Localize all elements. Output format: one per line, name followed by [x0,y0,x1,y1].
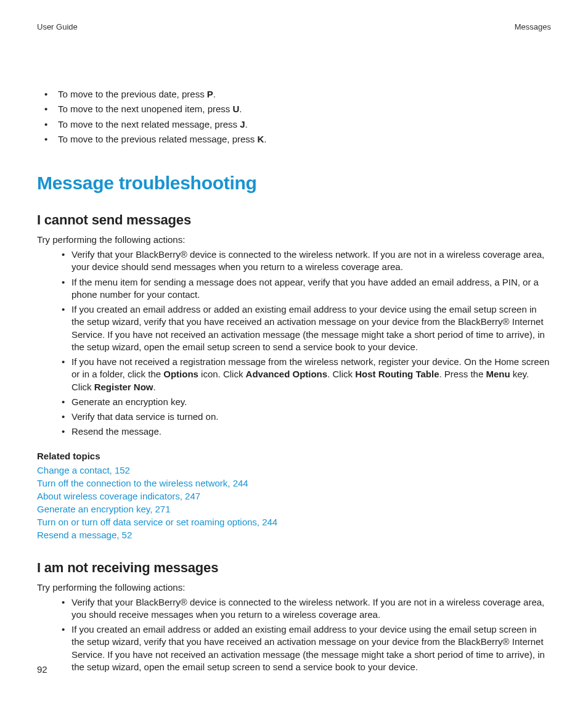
related-link[interactable]: Generate an encryption key, 271 [37,503,551,515]
tip-text: To move to the previous related message,… [58,134,258,144]
related-link[interactable]: Change a contact, 152 [37,464,551,477]
page-number: 92 [37,664,47,675]
step-item: If you created an email address or added… [71,623,551,673]
ui-label: Menu [486,369,510,379]
subsection-heading: I cannot send messages [37,212,551,228]
step-item: If the menu item for sending a message d… [71,276,551,302]
step-list: Verify that your BlackBerry® device is c… [37,596,551,674]
related-link[interactable]: About wireless coverage indicators, 247 [37,490,551,503]
key-label: P [207,89,213,99]
key-label: U [233,104,240,114]
ui-label: Host Routing Table [355,369,439,379]
related-link[interactable]: Turn off the connection to the wireless … [37,477,551,490]
shortcut-tip: To move to the previous related message,… [58,133,551,146]
step-text: icon. Click [198,369,246,379]
ui-label: Options [163,369,198,379]
tip-text: . [245,119,248,129]
step-item: Resend the message. [71,425,551,438]
related-link[interactable]: Turn on or turn off data service or set … [37,515,551,528]
page: User Guide Messages To move to the previ… [0,0,588,706]
intro-text: Try performing the following actions: [37,582,551,593]
tip-text: To move to the next unopened item, press [58,104,233,114]
related-link[interactable]: Resend a message, 52 [37,528,551,541]
header-left: User Guide [37,22,78,31]
ui-label: Register Now [94,382,153,392]
step-list: Verify that your BlackBerry® device is c… [37,248,551,438]
page-header: User Guide Messages [37,22,551,31]
shortcut-tip: To move to the next related message, pre… [58,118,551,131]
header-right: Messages [515,22,551,31]
step-text: . Press the [439,369,486,379]
tip-text: To move to the next related message, pre… [58,119,240,129]
shortcut-tip: To move to the next unopened item, press… [58,103,551,115]
step-item: Verify that data service is turned on. [71,411,551,423]
step-text: . [153,382,156,392]
tip-text: . [239,104,242,114]
key-label: K [258,134,264,144]
step-item: If you created an email address or added… [71,303,551,353]
tip-text: To move to the previous date, press [58,89,207,99]
step-item: Generate an encryption key. [71,396,551,408]
shortcut-tip-list: To move to the previous date, press P.To… [37,88,551,146]
tip-text: . [264,134,266,144]
intro-text: Try performing the following actions: [37,234,551,245]
shortcut-tip: To move to the previous date, press P. [58,88,551,101]
related-links: Change a contact, 152Turn off the connec… [37,464,551,541]
step-item: Verify that your BlackBerry® device is c… [71,596,551,622]
step-item: If you have not received a registration … [71,356,551,393]
step-item: Verify that your BlackBerry® device is c… [71,248,551,274]
subsection-heading: I am not receiving messages [37,560,551,576]
key-label: J [240,119,245,129]
related-topics-heading: Related topics [37,451,551,461]
step-text: . Click [327,369,355,379]
ui-label: Advanced Options [246,369,328,379]
section-title: Message troubleshooting [37,173,551,194]
tip-text: . [213,89,216,99]
